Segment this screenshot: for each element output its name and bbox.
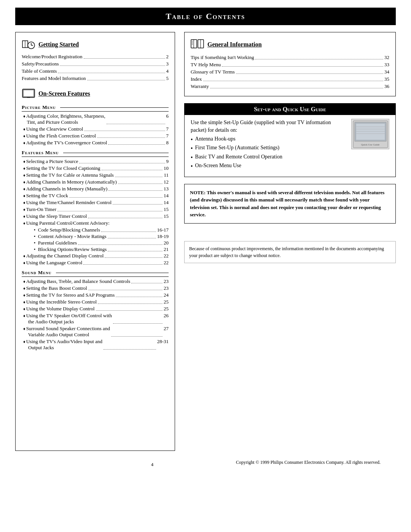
setup-box: Set-up and Quick Use Guide Use the simpl… <box>184 103 396 177</box>
toc-row: ♦Adjusting Bass, Treble, and Balance Sou… <box>22 278 169 284</box>
toc-row: ♦Using Parental Control/Content Advisory… <box>22 220 169 226</box>
list-item: Basic TV and Remote Control Operation <box>191 154 347 161</box>
toc-text: Warranty <box>191 83 209 89</box>
toc-text: • Blocking Options/Review Settings <box>30 246 107 252</box>
getting-started-entries: Welcome/Product Registration 2 Safety/Pr… <box>22 54 169 81</box>
toc-row: ♦Setting the TV for Cable or Antenna Sig… <box>22 172 169 178</box>
toc-page: 11 <box>164 172 169 178</box>
toc-row: • Parental Guidelines 20 <box>22 240 169 246</box>
toc-text: • Parental Guidelines <box>30 240 77 246</box>
toc-page: 25 <box>164 299 169 305</box>
toc-text: ♦Turn-On Timer <box>23 206 56 212</box>
toc-text: Index <box>191 76 202 82</box>
toc-page: 7 <box>166 126 169 132</box>
picture-menu-label: Picture Menu <box>22 104 169 112</box>
toc-text: Safety/Precautions <box>22 61 59 67</box>
features-menu-label: Features Menu <box>22 150 169 157</box>
getting-started-header: Getting Started <box>22 38 169 51</box>
dots <box>118 179 162 184</box>
toc-text: ♦Using the Clearview Control <box>23 126 83 132</box>
setup-title: Set-up and Quick Use Guide <box>185 104 395 115</box>
toc-row: ♦Using the Time/Channel Reminder Control… <box>22 200 169 206</box>
page: Table of Contents <box>0 0 411 532</box>
tv-icon <box>22 87 35 101</box>
svg-rect-5 <box>22 89 35 97</box>
toc-text: Table of Contents <box>22 68 57 74</box>
toc-row: • Content Advisory - Movie Ratings 18-19 <box>22 233 169 240</box>
dots <box>57 206 162 211</box>
toc-page: 26 <box>164 313 169 325</box>
toc-page: 22 <box>164 253 169 259</box>
on-screen-section: On-Screen Features Picture Menu ♦Adjusti… <box>22 87 169 351</box>
toc-text: ♦Setting the Bass Boost Control <box>23 285 87 291</box>
toc-text: ♦Setting the TV Clock <box>23 193 68 199</box>
dots <box>58 68 165 73</box>
dots <box>108 186 162 191</box>
toc-text: ♦Adjusting Color, Brightness, Sharpness,… <box>23 113 105 125</box>
toc-text: ♦Using the TV's Audio/Video Input and Ou… <box>23 339 102 351</box>
setup-intro: Use the simple Set-Up Guide (supplied wi… <box>191 119 347 134</box>
svg-rect-6 <box>23 90 34 97</box>
toc-text: ♦Adjusting the TV's Convergence Control <box>23 140 107 146</box>
dots <box>102 165 163 170</box>
toc-page: 15 <box>164 213 169 219</box>
toc-row: ♦Using the Incredible Stereo Control 25 <box>22 299 169 305</box>
dots <box>203 76 383 81</box>
toc-page: 8 <box>166 140 169 146</box>
toc-page: 7 <box>166 133 169 139</box>
toc-page: 18-19 <box>157 233 169 240</box>
toc-row: Index 35 <box>191 76 389 82</box>
toc-row: ♦Using the Volume Display Control 25 <box>22 306 169 312</box>
main-content: Getting Started Welcome/Product Registra… <box>15 32 396 451</box>
toc-page: 24 <box>164 292 169 298</box>
page-title: Table of Contents <box>15 8 396 25</box>
dots <box>113 313 162 324</box>
toc-text: ♦Using the TV Speaker On/Off Control wit… <box>23 313 112 325</box>
toc-text: • Code Setup/Blocking Channels <box>30 227 100 233</box>
toc-row: ♦Adjusting the TV's Convergence Control … <box>22 140 169 146</box>
toc-row: ♦Using the Clearview Control 7 <box>22 126 169 132</box>
copyright-text: Copyright © 1999 Philips Consumer Electr… <box>198 460 381 465</box>
dots <box>104 339 156 350</box>
toc-row: Glossary of TV Terms 34 <box>191 69 389 75</box>
toc-text: • Content Advisory - Movie Ratings <box>30 233 107 240</box>
toc-page: 2 <box>166 54 169 60</box>
toc-row: ♦Adjusting Color, Brightness, Sharpness,… <box>22 113 169 125</box>
toc-page: 14 <box>164 200 169 206</box>
dots <box>96 306 162 311</box>
toc-text: ♦Using the Incredible Stereo Control <box>23 299 97 305</box>
toc-page: 35 <box>384 76 389 82</box>
toc-text: ♦Adding Channels in Memory (Automaticall… <box>23 179 117 185</box>
toc-text: ♦Setting the TV for Stereo and SAP Progr… <box>23 292 115 298</box>
toc-text: ♦Setting the TV for Cable or Antenna Sig… <box>23 172 114 178</box>
toc-row: ♦Surround Sound Speaker Connections and … <box>22 326 169 338</box>
toc-page: 22 <box>164 260 169 266</box>
toc-text: ♦Adding Channels in Memory (Manually) <box>23 186 107 192</box>
left-column: Getting Started Welcome/Product Registra… <box>15 32 175 451</box>
toc-page: 9 <box>166 158 169 165</box>
setup-bullets: Antenna Hook-ups First Time Set-Up (Auto… <box>191 136 347 170</box>
dots <box>60 61 165 66</box>
toc-text: ♦Adjusting the Channel Display Control <box>23 253 104 259</box>
toc-row: Features and Model Information 5 <box>22 75 169 81</box>
toc-page: 15 <box>164 206 169 212</box>
on-screen-title: On-Screen Features <box>38 90 90 97</box>
page-number: 4 <box>107 462 198 468</box>
toc-row: TV Help Menu 33 <box>191 62 389 68</box>
note-text: NOTE: This owner's manual is used with s… <box>190 190 384 218</box>
toc-page: 21 <box>164 246 169 252</box>
dots <box>131 278 162 283</box>
toc-row: Table of Contents 4 <box>22 68 169 74</box>
svg-text:Quick Use Guide: Quick Use Guide <box>361 143 379 146</box>
toc-text: ♦Using the Sleep Timer Control <box>23 213 87 219</box>
toc-row: ♦Using the TV's Audio/Video Input and Ou… <box>22 339 169 351</box>
on-screen-header: On-Screen Features <box>22 87 169 101</box>
setup-text: Use the simple Set-Up Guide (supplied wi… <box>191 119 347 171</box>
toc-page: 23 <box>164 285 169 291</box>
list-item: On-Screen Menu Use <box>191 163 347 170</box>
toc-text: ♦Selecting a Picture Source <box>23 158 78 165</box>
right-column: General Information Tips if Something Is… <box>184 32 396 263</box>
dots <box>79 158 165 163</box>
note-box: NOTE: This owner's manual is used with s… <box>184 184 396 224</box>
toc-text: ♦Adjusting Bass, Treble, and Balance Sou… <box>23 278 130 284</box>
